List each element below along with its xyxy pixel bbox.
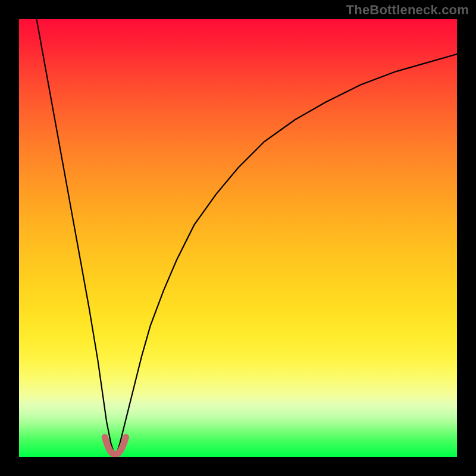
bottleneck-curve-right (115, 54, 457, 457)
plot-area (19, 19, 457, 457)
curve-layer (19, 19, 457, 457)
optimum-u-marker (105, 437, 126, 455)
bottleneck-curve-left (36, 19, 115, 457)
chart-frame: TheBottleneck.com (0, 0, 476, 476)
attribution-text: TheBottleneck.com (346, 2, 469, 18)
